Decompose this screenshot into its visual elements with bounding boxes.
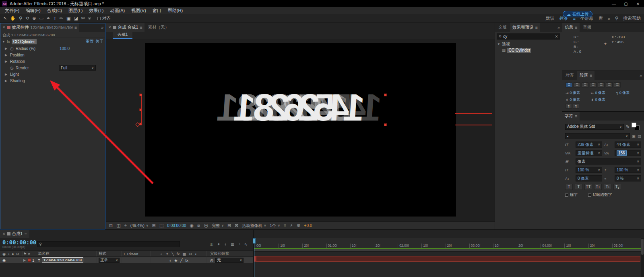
panel-menu-icon[interactable]: ≡: [74, 25, 77, 30]
fast-previews-icon[interactable]: ⚡: [290, 223, 293, 228]
graph-editor-icon[interactable]: ∿: [244, 242, 248, 246]
fx-badge-icon[interactable]: fx: [7, 40, 10, 44]
kerning-dropdown[interactable]: 度量标准 ∨: [576, 150, 602, 156]
transparency-grid-icon[interactable]: ⊠: [235, 223, 238, 228]
menu-item[interactable]: 文件(F): [2, 8, 23, 14]
indent-left-field[interactable]: ⇥ 0 像素: [566, 90, 590, 96]
timeline-tab[interactable]: ✕ 合成1 ≡: [0, 230, 29, 238]
align-right-button[interactable]: ☰: [582, 82, 588, 87]
mode-column[interactable]: 模式: [97, 251, 122, 256]
expand-icon[interactable]: ▶: [5, 73, 8, 76]
justify-all-button[interactable]: ☰: [614, 82, 621, 87]
panel-menu-icon[interactable]: ≡: [575, 114, 577, 119]
selection-handle[interactable]: [384, 123, 387, 126]
stroke-options-icon[interactable]: ▤: [638, 134, 641, 138]
leading-dropdown[interactable]: 44 像素 ∨: [615, 142, 641, 148]
menu-item[interactable]: 编辑(E): [23, 8, 44, 14]
type-tool-icon[interactable]: T: [54, 16, 56, 21]
layer-row[interactable]: ◉ ▶ 1 T 123456789123456789 正常 ∨ ♁ ◈: [0, 257, 253, 263]
roto-brush-tool-icon[interactable]: ✄: [81, 16, 85, 21]
align-left-button[interactable]: ☰: [566, 82, 572, 87]
layer-shy-icon[interactable]: ♁: [169, 258, 171, 262]
layer-color-chip[interactable]: [28, 258, 31, 262]
layer-eye-icon[interactable]: ◉: [2, 258, 6, 262]
paragraph-tab[interactable]: 段落 ≡: [577, 71, 594, 80]
minimize-button[interactable]: —: [608, 0, 620, 7]
align-tab[interactable]: 对齐: [562, 71, 577, 80]
pickwhip-icon[interactable]: ◎: [210, 258, 213, 262]
faux-style-button[interactable]: T₁: [613, 184, 621, 190]
workspace-default[interactable]: 默认: [545, 15, 554, 21]
timeline-search-input[interactable]: ⚲: [37, 241, 180, 247]
expand-icon[interactable]: ▶: [5, 47, 8, 50]
faux-style-button[interactable]: T: [565, 184, 573, 190]
cylinder-text[interactable]: 1452628 1: [243, 85, 361, 130]
effect-item-cc-cylinder[interactable]: ▦ CC Cylinder: [495, 47, 562, 53]
hindi-digits-checkbox[interactable]: 印地语数字: [588, 192, 612, 198]
view-layout-dropdown[interactable]: 1个 ∨: [270, 223, 280, 229]
close-icon[interactable]: ✕: [108, 25, 111, 29]
property-row-shading[interactable]: ▶ Shading: [0, 77, 105, 84]
menu-item[interactable]: 窗口: [149, 8, 165, 14]
hide-shy-icon[interactable]: ♁: [224, 242, 227, 246]
snapshot-icon[interactable]: ◉: [190, 223, 194, 228]
scrollbar-thumb[interactable]: [641, 239, 644, 255]
parent-dropdown[interactable]: 无 ∨: [215, 258, 244, 263]
expand-icon[interactable]: ▶: [5, 60, 8, 63]
fill-options-icon[interactable]: ▣: [632, 134, 636, 138]
hand-tool-icon[interactable]: ✋: [10, 16, 16, 21]
direction-rtl-button[interactable]: ¶: [573, 104, 579, 108]
composition-tab[interactable]: ✕ 合成 合成1 ≡: [106, 23, 144, 32]
effect-name[interactable]: CC Cylinder: [12, 39, 37, 44]
about-effect-button[interactable]: 关于: [95, 39, 103, 44]
cti-handle[interactable]: [253, 238, 256, 244]
panel-more-icon[interactable]: »: [557, 25, 560, 30]
justify-last-left-button[interactable]: ☰: [590, 82, 597, 87]
shy-switch-icon[interactable]: ♁: [160, 252, 163, 256]
property-row-rotation[interactable]: ▶ Rotation: [0, 58, 105, 65]
vertical-scale-dropdown[interactable]: 100 % ∨: [576, 167, 602, 173]
direction-ltr-button[interactable]: ¶: [566, 104, 572, 108]
index-column-icon[interactable]: #: [28, 252, 30, 256]
horizontal-scale-dropdown[interactable]: 100 % ∨: [615, 167, 641, 173]
online-upload-badge[interactable]: ☁ 在线上传: [563, 11, 592, 17]
effects-search-input[interactable]: ⚲ cy ✕: [497, 33, 560, 40]
workspace-library[interactable]: 库: [599, 15, 603, 21]
adjustment-switch-icon[interactable]: ◐: [195, 252, 197, 256]
layer-fx-icon[interactable]: fx: [185, 258, 188, 262]
collapse-switch-icon[interactable]: ✦: [165, 252, 169, 256]
indent-right-field[interactable]: ⇤ 0 像素: [591, 90, 615, 96]
composition-viewer[interactable]: 1452628 1: [106, 39, 495, 221]
collapse-icon[interactable]: ▼: [2, 40, 5, 44]
audio-column-icon[interactable]: ♪: [8, 252, 10, 256]
grid-guides-icon[interactable]: ⊞: [152, 223, 156, 228]
panel-more-icon[interactable]: »: [101, 25, 103, 30]
effect-header-row[interactable]: ▼ fx CC Cylinder 重置 关于: [0, 38, 105, 45]
font-size-dropdown[interactable]: 239 像素 ∨: [576, 142, 602, 148]
orbit-camera-tool-icon[interactable]: ⟲: [25, 16, 29, 21]
composition-frame[interactable]: 1452628 1: [145, 43, 456, 217]
clone-stamp-tool-icon[interactable]: ▣: [66, 16, 70, 21]
layer-duration-bar[interactable]: [254, 256, 640, 262]
layer-quality-icon[interactable]: ╱: [180, 258, 183, 262]
tab-wenban[interactable]: 文版: [495, 23, 510, 32]
clear-search-icon[interactable]: ✕: [555, 34, 558, 39]
menu-item[interactable]: 图层(L): [65, 8, 86, 14]
faux-style-button[interactable]: T: [575, 184, 582, 190]
eyedropper-icon[interactable]: ✎: [626, 124, 630, 129]
parent-link-column[interactable]: 父级和链接: [207, 251, 253, 256]
maximize-button[interactable]: ▢: [620, 0, 632, 7]
collapse-icon[interactable]: ▼: [497, 42, 500, 46]
selection-tool-icon[interactable]: ↖: [3, 16, 7, 21]
effects-presets-tab[interactable]: 效果和预设 ≡: [510, 23, 540, 32]
tsume-dropdown[interactable]: 0 % ∨: [615, 175, 641, 181]
frame-blend-icon[interactable]: ▦: [231, 242, 234, 246]
panel-menu-icon[interactable]: ≡: [590, 73, 592, 78]
panel-menu-icon[interactable]: ≡: [575, 25, 577, 30]
frame-blend-switch-icon[interactable]: ▦: [182, 252, 186, 256]
category-perspective[interactable]: ▼ 透视: [495, 41, 562, 47]
close-button[interactable]: ✕: [632, 0, 644, 7]
font-family-dropdown[interactable]: Adobe 黑体 Std ∨: [565, 124, 624, 130]
fx-switch-icon[interactable]: fx: [177, 252, 180, 256]
panel-more-icon[interactable]: »: [640, 73, 642, 78]
